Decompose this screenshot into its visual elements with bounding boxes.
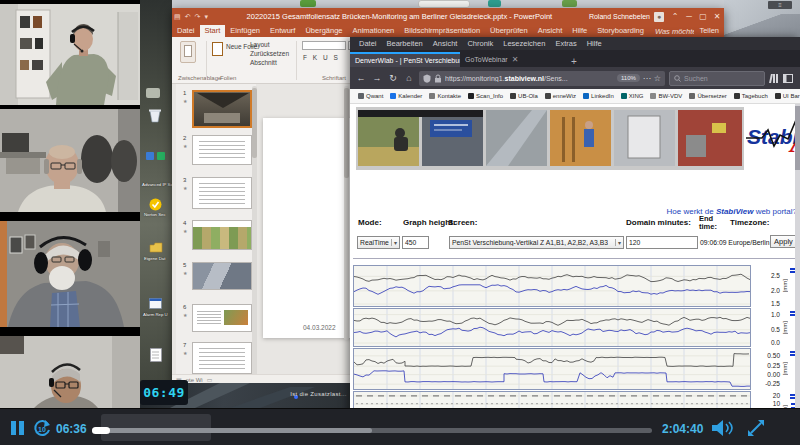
pause-icon[interactable] [11,421,16,435]
browser-tab-gotowebinar[interactable]: GoToWebinar ✕ [460,52,565,67]
paste-button[interactable] [180,41,196,63]
bookmark--bersetzer[interactable]: Übersetzer [689,93,726,99]
bookmark-linkedin[interactable]: LinkedIn [583,93,614,99]
ppt-tab-entwurf[interactable]: Entwurf [265,25,300,37]
graph-height-input[interactable]: 450 [402,236,429,249]
stabiview-help-link[interactable]: Hoe werkt de StabiView web portal? [667,207,797,216]
ppt-tab-übergänge[interactable]: Übergänge [300,25,347,37]
slide-number-4: 4 [183,220,186,226]
ppt-tab-animationen[interactable]: Animationen [348,25,400,37]
bookmark-kalender[interactable]: Kalender [390,93,422,99]
firefox-menu-chronik[interactable]: Chronik [463,39,497,48]
slide-thumbnail-panel: 1★2★3★4★5★6★7★ [176,84,256,374]
back-icon[interactable]: ← [355,73,367,83]
firefox-menu-datei[interactable]: Datei [355,39,381,48]
apply-button[interactable]: Apply [770,235,797,248]
search-box[interactable]: Suchen [669,71,765,86]
save-icon[interactable]: ▤ [174,13,181,21]
minimized-window-icon[interactable]: ≡ [768,1,792,9]
redo-icon[interactable]: ↷ [195,13,201,21]
section-button[interactable]: Abschnitt [250,59,277,66]
screen-select[interactable]: PenSt Verschiebung-Vertikal Z A1,B1, A2,… [449,236,624,249]
maximize-button[interactable]: ▢ [696,12,710,21]
ppt-tab-datei[interactable]: Datei [172,25,200,37]
stabialert-banner-image [356,107,744,170]
tab-close-icon[interactable]: ✕ [512,55,519,64]
progress-bar[interactable] [92,428,652,433]
new-tab-button[interactable]: + [565,56,583,67]
folder-icon[interactable] [149,242,163,253]
firefox-menu-bearbeiten[interactable]: Bearbeiten [383,39,427,48]
slide-thumbnail-2[interactable] [192,135,252,165]
bookmark-bw-vdv[interactable]: BW-VDV [650,93,682,99]
bookmark-ui-bar[interactable]: UI Bar [775,93,800,99]
ppt-tab-überprüfen[interactable]: Überprüfen [485,25,533,37]
shield-icon[interactable] [423,74,431,83]
bookmark-star-ic on[interactable]: ☆ [654,74,661,83]
zoom-indicator[interactable]: 110% [617,74,640,82]
bookmark-ennewiz[interactable]: enneWiz [545,93,576,99]
account-name[interactable]: Roland Schnebelen [589,13,650,20]
avatar[interactable]: ● [654,12,664,22]
volume-icon[interactable] [710,419,736,437]
ppt-tab-bildschirmpräsentation[interactable]: Bildschirmpräsentation [399,25,485,37]
ppt-tab-hilfe[interactable]: Hilfe [567,25,592,37]
library-icon[interactable] [769,74,779,83]
share-button[interactable]: Teilen [694,25,724,37]
page-actions-icon[interactable]: ⋯ [643,74,651,83]
desktop-app-icon[interactable] [146,152,154,160]
ppt-tab-storyboarding[interactable]: Storyboarding [592,25,649,37]
forward-icon[interactable]: → [371,73,383,83]
reload-icon[interactable]: ↻ [387,73,399,83]
firefox-menu-extras[interactable]: Extras [551,39,580,48]
bookmark-kontakte[interactable]: Kontakte [429,93,461,99]
slide-thumbnail-7[interactable] [192,342,252,374]
recycle-bin-icon[interactable] [148,108,162,123]
bookmark-xing[interactable]: XING [621,93,644,99]
document-icon[interactable] [150,348,162,362]
reset-button[interactable]: Zurücksetzen [250,50,289,57]
slide-thumbnail-1[interactable] [192,90,252,128]
ppt-tab-ansicht[interactable]: Ansicht [533,25,568,37]
firefox-menu-hilfe[interactable]: Hilfe [583,39,606,48]
url-bar[interactable]: https://monitoring1.stabiview.nl/Sens...… [419,71,665,86]
slide-thumbnail-4[interactable] [192,220,252,250]
ppt-tab-einfügen[interactable]: Einfügen [225,25,265,37]
minimize-button[interactable]: ─ [682,12,696,21]
undo-icon[interactable]: ↶ [185,13,191,21]
slide-thumbnail-6[interactable] [192,304,252,332]
progress-played[interactable] [92,427,110,434]
ribbon-display-options-icon[interactable]: ⌃ [668,12,682,21]
slide-thumbnail-5[interactable] [192,262,252,290]
norton-icon[interactable] [149,198,162,211]
progress-buffered [92,428,372,433]
firefox-menu-lesezeichen[interactable]: Lesezeichen [499,39,549,48]
tell-me-box[interactable]: Was möchten Sie tun [649,25,694,37]
bookmark-qwant[interactable]: Qwant [358,93,383,99]
browser-tab-stabiview[interactable]: DenverWlab - | PenSt Verschiebun... ✕ [350,52,460,67]
font-name-combo[interactable] [302,41,346,50]
bookmark-ub-ola[interactable]: UB-Ola [510,93,538,99]
firefox-menu-ansicht[interactable]: Ansicht [429,39,462,48]
bookmark-scan-info[interactable]: Scan_Info [468,93,503,99]
font-style-buttons[interactable]: F K U S [303,54,340,61]
pause-icon-bar2[interactable] [19,421,24,435]
alarm-window-icon[interactable] [149,298,162,309]
slide-scrollbar[interactable] [344,86,349,340]
home-icon[interactable]: ⌂ [403,73,415,83]
rewind-10-icon[interactable]: 10 [32,418,52,438]
ppt-tab-start[interactable]: Start [200,25,226,37]
quick-access-dropdown-icon[interactable]: ▾ [204,13,208,21]
slide-thumbnail-3[interactable] [192,177,252,209]
domain-minutes-input[interactable]: 120 [626,236,698,249]
mode-select[interactable]: RealTime▾ [357,236,400,249]
layout-button[interactable]: Layout [250,41,270,48]
thumbnail-scrollbar[interactable] [252,86,257,378]
browser-scrollbar[interactable] [795,104,800,445]
sidebar-icon[interactable] [783,74,793,83]
desktop-app-icon-2[interactable] [157,152,165,160]
bookmark-tagebuch[interactable]: Tagebuch [734,93,768,99]
fullscreen-icon[interactable] [746,418,766,438]
timezone-label: Timezone: [730,218,769,227]
close-button[interactable]: ✕ [710,12,724,21]
